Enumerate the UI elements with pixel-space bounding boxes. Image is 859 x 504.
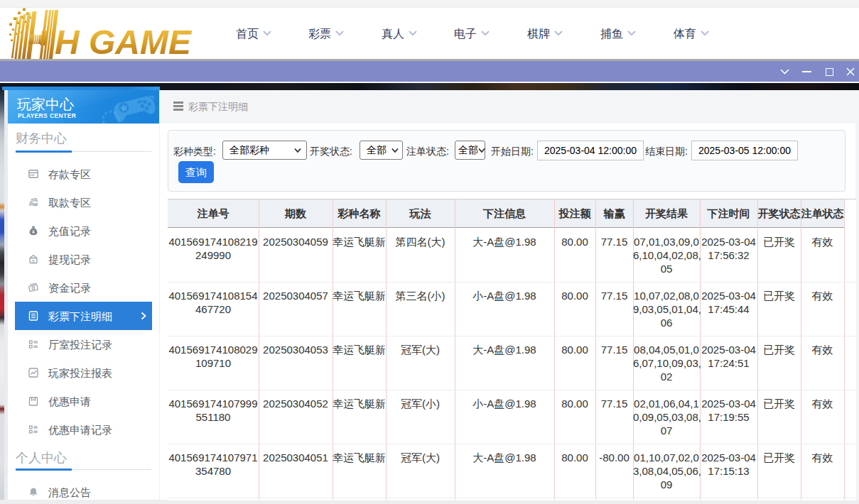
svg-text:H GAME: H GAME bbox=[55, 23, 193, 60]
